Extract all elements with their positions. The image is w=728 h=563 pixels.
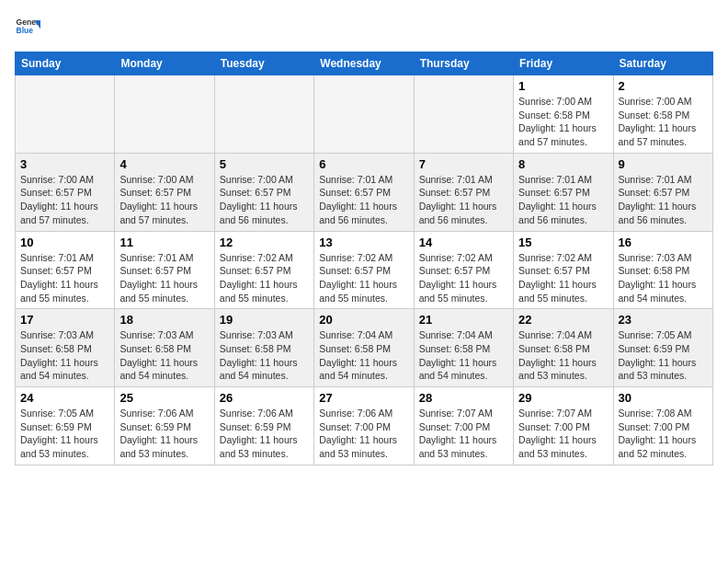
calendar-cell: 18Sunrise: 7:03 AMSunset: 6:58 PMDayligh… bbox=[115, 309, 214, 387]
calendar-cell bbox=[16, 75, 115, 154]
day-number: 22 bbox=[518, 313, 608, 327]
day-number: 25 bbox=[119, 391, 209, 405]
logo: General Blue bbox=[15, 15, 44, 40]
day-info: Sunrise: 7:07 AMSunset: 7:00 PMDaylight:… bbox=[419, 407, 508, 461]
day-number: 1 bbox=[518, 79, 608, 93]
calendar-cell: 30Sunrise: 7:08 AMSunset: 7:00 PMDayligh… bbox=[613, 387, 712, 465]
calendar-cell: 8Sunrise: 7:01 AMSunset: 6:57 PMDaylight… bbox=[514, 153, 613, 231]
day-number: 30 bbox=[619, 391, 708, 405]
day-info: Sunrise: 7:00 AMSunset: 6:58 PMDaylight:… bbox=[619, 95, 708, 149]
day-number: 24 bbox=[20, 391, 109, 405]
day-info: Sunrise: 7:02 AMSunset: 6:57 PMDaylight:… bbox=[518, 251, 608, 305]
day-info: Sunrise: 7:08 AMSunset: 7:00 PMDaylight:… bbox=[619, 407, 708, 461]
calendar-cell: 13Sunrise: 7:02 AMSunset: 6:57 PMDayligh… bbox=[314, 231, 414, 309]
day-info: Sunrise: 7:03 AMSunset: 6:58 PMDaylight:… bbox=[20, 328, 109, 383]
calendar-cell: 19Sunrise: 7:03 AMSunset: 6:58 PMDayligh… bbox=[214, 309, 313, 387]
day-number: 10 bbox=[20, 236, 109, 249]
day-number: 12 bbox=[220, 236, 309, 249]
day-number: 27 bbox=[319, 391, 408, 405]
calendar-header-sunday: Sunday bbox=[16, 52, 115, 75]
calendar-cell: 9Sunrise: 7:01 AMSunset: 6:57 PMDaylight… bbox=[613, 153, 712, 231]
day-info: Sunrise: 7:01 AMSunset: 6:57 PMDaylight:… bbox=[619, 173, 708, 227]
day-info: Sunrise: 7:03 AMSunset: 6:58 PMDaylight:… bbox=[220, 328, 309, 383]
day-number: 11 bbox=[119, 236, 209, 249]
calendar-cell: 16Sunrise: 7:03 AMSunset: 6:58 PMDayligh… bbox=[613, 231, 712, 309]
day-number: 26 bbox=[220, 391, 309, 405]
calendar-cell: 22Sunrise: 7:04 AMSunset: 6:58 PMDayligh… bbox=[514, 309, 613, 387]
day-number: 8 bbox=[518, 157, 608, 171]
calendar-header-thursday: Thursday bbox=[414, 52, 513, 75]
calendar-header-saturday: Saturday bbox=[613, 52, 712, 75]
day-info: Sunrise: 7:03 AMSunset: 6:58 PMDaylight:… bbox=[119, 328, 209, 383]
day-info: Sunrise: 7:01 AMSunset: 6:57 PMDaylight:… bbox=[20, 251, 109, 305]
day-info: Sunrise: 7:04 AMSunset: 6:58 PMDaylight:… bbox=[419, 328, 508, 383]
calendar-cell: 24Sunrise: 7:05 AMSunset: 6:59 PMDayligh… bbox=[16, 387, 115, 465]
day-info: Sunrise: 7:01 AMSunset: 6:57 PMDaylight:… bbox=[319, 173, 408, 227]
day-info: Sunrise: 7:06 AMSunset: 7:00 PMDaylight:… bbox=[319, 407, 408, 461]
day-info: Sunrise: 7:05 AMSunset: 6:59 PMDaylight:… bbox=[619, 328, 708, 383]
calendar-cell: 14Sunrise: 7:02 AMSunset: 6:57 PMDayligh… bbox=[414, 231, 513, 309]
calendar-header-wednesday: Wednesday bbox=[314, 52, 414, 75]
calendar-week-4: 17Sunrise: 7:03 AMSunset: 6:58 PMDayligh… bbox=[16, 309, 713, 387]
day-info: Sunrise: 7:01 AMSunset: 6:57 PMDaylight:… bbox=[119, 251, 209, 305]
day-info: Sunrise: 7:01 AMSunset: 6:57 PMDaylight:… bbox=[419, 173, 508, 227]
day-info: Sunrise: 7:02 AMSunset: 6:57 PMDaylight:… bbox=[419, 251, 508, 305]
day-number: 20 bbox=[319, 313, 408, 327]
calendar-cell bbox=[115, 75, 214, 154]
calendar-header-row: SundayMondayTuesdayWednesdayThursdayFrid… bbox=[16, 52, 713, 75]
calendar-week-3: 10Sunrise: 7:01 AMSunset: 6:57 PMDayligh… bbox=[16, 231, 713, 309]
calendar-cell: 27Sunrise: 7:06 AMSunset: 7:00 PMDayligh… bbox=[314, 387, 414, 465]
day-info: Sunrise: 7:00 AMSunset: 6:57 PMDaylight:… bbox=[20, 173, 109, 227]
calendar-week-2: 3Sunrise: 7:00 AMSunset: 6:57 PMDaylight… bbox=[16, 153, 713, 231]
day-info: Sunrise: 7:02 AMSunset: 6:57 PMDaylight:… bbox=[319, 251, 408, 305]
day-info: Sunrise: 7:06 AMSunset: 6:59 PMDaylight:… bbox=[119, 407, 209, 461]
day-number: 5 bbox=[220, 157, 309, 171]
calendar-cell: 2Sunrise: 7:00 AMSunset: 6:58 PMDaylight… bbox=[613, 75, 712, 154]
day-number: 19 bbox=[220, 313, 309, 327]
calendar-header-monday: Monday bbox=[115, 52, 214, 75]
page-header: General Blue bbox=[15, 15, 713, 40]
svg-text:Blue: Blue bbox=[17, 26, 34, 35]
day-info: Sunrise: 7:00 AMSunset: 6:58 PMDaylight:… bbox=[518, 95, 608, 149]
day-number: 15 bbox=[518, 236, 608, 249]
day-number: 16 bbox=[619, 236, 708, 249]
calendar-cell: 6Sunrise: 7:01 AMSunset: 6:57 PMDaylight… bbox=[314, 153, 414, 231]
calendar-header-friday: Friday bbox=[514, 52, 613, 75]
calendar-cell: 15Sunrise: 7:02 AMSunset: 6:57 PMDayligh… bbox=[514, 231, 613, 309]
day-number: 28 bbox=[419, 391, 508, 405]
day-number: 6 bbox=[319, 157, 408, 171]
day-number: 17 bbox=[20, 313, 109, 327]
calendar-cell: 7Sunrise: 7:01 AMSunset: 6:57 PMDaylight… bbox=[414, 153, 513, 231]
calendar-cell: 1Sunrise: 7:00 AMSunset: 6:58 PMDaylight… bbox=[514, 75, 613, 154]
logo-icon: General Blue bbox=[15, 15, 40, 40]
day-info: Sunrise: 7:04 AMSunset: 6:58 PMDaylight:… bbox=[319, 328, 408, 383]
calendar-cell: 28Sunrise: 7:07 AMSunset: 7:00 PMDayligh… bbox=[414, 387, 513, 465]
calendar-cell: 26Sunrise: 7:06 AMSunset: 6:59 PMDayligh… bbox=[214, 387, 313, 465]
calendar-cell: 20Sunrise: 7:04 AMSunset: 6:58 PMDayligh… bbox=[314, 309, 414, 387]
day-number: 29 bbox=[518, 391, 608, 405]
day-number: 23 bbox=[619, 313, 708, 327]
calendar-cell: 23Sunrise: 7:05 AMSunset: 6:59 PMDayligh… bbox=[613, 309, 712, 387]
day-number: 3 bbox=[20, 157, 109, 171]
calendar-cell: 12Sunrise: 7:02 AMSunset: 6:57 PMDayligh… bbox=[214, 231, 313, 309]
calendar-week-5: 24Sunrise: 7:05 AMSunset: 6:59 PMDayligh… bbox=[16, 387, 713, 465]
day-info: Sunrise: 7:00 AMSunset: 6:57 PMDaylight:… bbox=[119, 173, 209, 227]
day-info: Sunrise: 7:01 AMSunset: 6:57 PMDaylight:… bbox=[518, 173, 608, 227]
day-number: 18 bbox=[119, 313, 209, 327]
day-number: 14 bbox=[419, 236, 508, 249]
calendar-cell: 3Sunrise: 7:00 AMSunset: 6:57 PMDaylight… bbox=[16, 153, 115, 231]
calendar-cell: 10Sunrise: 7:01 AMSunset: 6:57 PMDayligh… bbox=[16, 231, 115, 309]
calendar-cell bbox=[214, 75, 313, 154]
calendar-cell: 17Sunrise: 7:03 AMSunset: 6:58 PMDayligh… bbox=[16, 309, 115, 387]
day-info: Sunrise: 7:07 AMSunset: 7:00 PMDaylight:… bbox=[518, 407, 608, 461]
calendar-cell: 25Sunrise: 7:06 AMSunset: 6:59 PMDayligh… bbox=[115, 387, 214, 465]
day-number: 2 bbox=[619, 79, 708, 93]
day-info: Sunrise: 7:02 AMSunset: 6:57 PMDaylight:… bbox=[220, 251, 309, 305]
calendar-table: SundayMondayTuesdayWednesdayThursdayFrid… bbox=[15, 52, 713, 465]
calendar-cell bbox=[314, 75, 414, 154]
calendar-cell: 5Sunrise: 7:00 AMSunset: 6:57 PMDaylight… bbox=[214, 153, 313, 231]
calendar-week-1: 1Sunrise: 7:00 AMSunset: 6:58 PMDaylight… bbox=[16, 75, 713, 154]
day-info: Sunrise: 7:03 AMSunset: 6:58 PMDaylight:… bbox=[619, 251, 708, 305]
day-info: Sunrise: 7:04 AMSunset: 6:58 PMDaylight:… bbox=[518, 328, 608, 383]
calendar-cell: 4Sunrise: 7:00 AMSunset: 6:57 PMDaylight… bbox=[115, 153, 214, 231]
